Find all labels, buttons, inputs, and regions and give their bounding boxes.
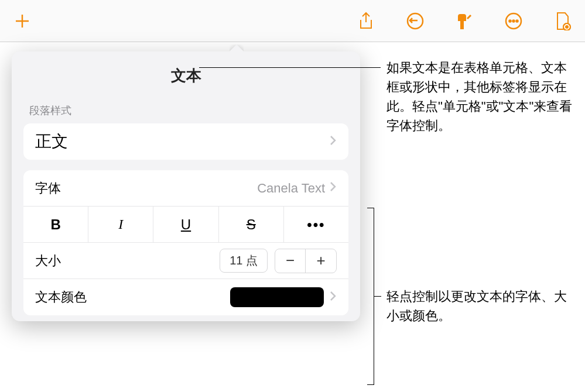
bold-button[interactable]: B [23,207,88,242]
add-icon[interactable] [12,11,33,32]
svg-point-4 [509,20,511,22]
callout-line [199,67,381,68]
popover-caret [230,44,244,51]
toolbar [0,0,585,42]
strikethrough-button[interactable]: S [219,207,284,242]
underline-button[interactable]: U [153,207,218,242]
size-decrease-button[interactable]: − [275,249,306,273]
font-controls-card: 字体 Canela Text B I U S ••• 大小 11 点 − + 文… [23,170,348,315]
svg-point-6 [516,20,518,22]
undo-icon[interactable] [405,11,426,32]
chevron-right-icon [330,135,337,149]
section-label: 段落样式 [12,93,360,123]
size-value[interactable]: 11 点 [220,249,268,273]
paragraph-style-card: 正文 [23,123,348,160]
popover-title: 文本 [12,51,360,93]
callout-bracket [367,208,374,385]
callout-line [374,296,381,297]
svg-point-5 [513,20,515,22]
font-row[interactable]: 字体 Canela Text [23,170,348,207]
more-icon[interactable] [503,11,524,32]
format-popover: 文本 段落样式 正文 字体 Canela Text B I U S ••• 大小… [12,51,360,321]
font-value: Canela Text [257,181,325,196]
italic-button[interactable]: I [88,207,153,242]
size-stepper: − + [275,249,337,273]
text-color-row[interactable]: 文本颜色 [23,279,348,315]
paragraph-style-value: 正文 [35,130,330,153]
size-row: 大小 11 点 − + [23,243,348,279]
size-increase-button[interactable]: + [306,249,336,273]
chevron-right-icon [330,181,337,195]
format-icon[interactable] [454,11,475,32]
paragraph-style-row[interactable]: 正文 [23,123,348,160]
callout-controls: 轻点控制以更改文本的字体、大小或颜色。 [386,287,574,325]
svg-point-9 [566,26,568,28]
share-icon[interactable] [355,11,377,32]
text-color-label: 文本颜色 [35,288,230,306]
more-styles-button[interactable]: ••• [284,207,348,242]
text-style-row: B I U S ••• [23,207,348,243]
document-icon[interactable] [552,11,573,32]
font-label: 字体 [35,180,257,197]
size-label: 大小 [35,252,220,270]
chevron-right-icon [330,291,337,304]
callout-title: 如果文本是在表格单元格、文本框或形状中，其他标签将显示在此。轻点"单元格"或"文… [386,58,574,135]
color-swatch[interactable] [230,287,324,307]
